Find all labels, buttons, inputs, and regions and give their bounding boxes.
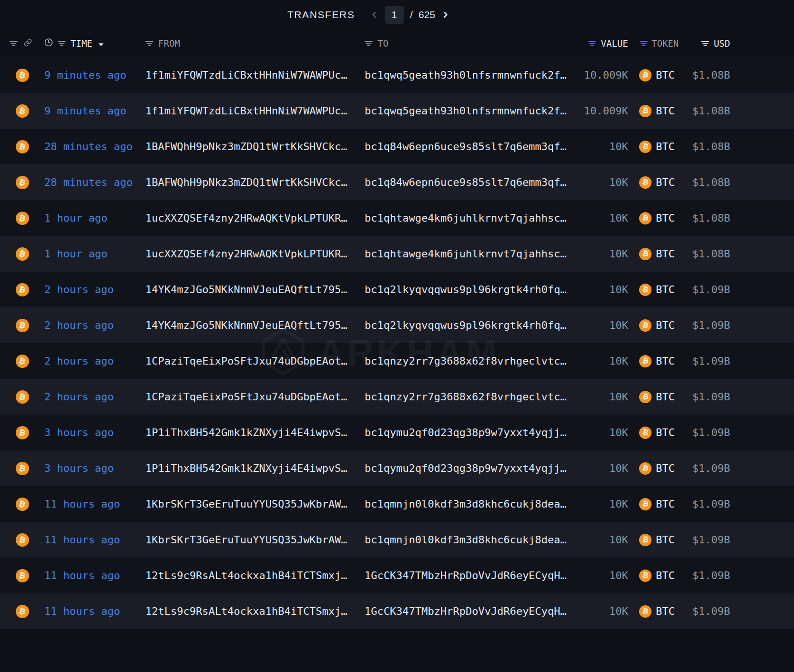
transfer-time-link[interactable]: 9 minutes ago xyxy=(44,105,126,117)
prev-page-button[interactable] xyxy=(368,9,380,20)
transfer-time-link[interactable]: 3 hours ago xyxy=(44,462,114,474)
table-row[interactable]: ₿ 3 hours ago 1P1iThxBH542Gmk1kZNXyji4E4… xyxy=(0,450,794,486)
token-symbol: BTC xyxy=(656,534,675,546)
transfer-value: 10K xyxy=(580,141,628,153)
from-address[interactable]: 1ucXXZQSEf4zny2HRwAQKtVpkLPTUKR… xyxy=(145,248,365,260)
table-row[interactable]: ₿ 11 hours ago 12tLs9c9RsALt4ockxa1hB4iT… xyxy=(0,558,794,593)
transfer-time-link[interactable]: 2 hours ago xyxy=(44,319,114,331)
link-icon[interactable] xyxy=(24,38,32,49)
to-address[interactable]: bc1qwq5geath93h0lnfsrmnwnfuck2f… xyxy=(365,105,580,117)
from-address[interactable]: 1P1iThxBH542Gmk1kZNXyji4E4iwpvS… xyxy=(145,462,365,474)
table-row[interactable]: ₿ 2 hours ago 1CPaziTqeEixPoSFtJxu74uDGb… xyxy=(0,343,794,379)
usd-filter-icon[interactable] xyxy=(701,38,709,49)
to-address[interactable]: bc1q84w6epn6uce9s85slt7q6emm3qf… xyxy=(365,141,580,153)
token-cell: ₿ BTC xyxy=(628,498,681,510)
from-address[interactable]: 1BAFWQhH9pNkz3mZDQ1tWrtKkSHVCkc… xyxy=(145,176,365,188)
table-row[interactable]: ₿ 9 minutes ago 1f1miYFQWTzdLiCBxtHHnNiW… xyxy=(0,93,794,129)
transfer-time-link[interactable]: 2 hours ago xyxy=(44,391,114,403)
column-header-to[interactable]: TO xyxy=(377,38,388,49)
transfer-time-link[interactable]: 1 hour ago xyxy=(44,212,107,224)
to-address[interactable]: bc1qnzy2rr7g3688x62f8vrhgeclvtc… xyxy=(365,391,580,403)
column-header-from[interactable]: FROM xyxy=(158,38,180,49)
to-address[interactable]: bc1qnzy2rr7g3688x62f8vrhgeclvtc… xyxy=(365,355,580,367)
from-address[interactable]: 1CPaziTqeEixPoSFtJxu74uDGbpEAot… xyxy=(145,355,365,367)
column-header-time[interactable]: TIME xyxy=(71,38,92,49)
transfer-time-link[interactable]: 11 hours ago xyxy=(44,534,120,546)
to-address[interactable]: 1GcCK347TMbzHrRpDoVvJdR6eyECyqH… xyxy=(365,605,580,617)
next-page-button[interactable] xyxy=(440,9,451,20)
transfer-time-link[interactable]: 28 minutes ago xyxy=(44,176,132,188)
usd-value: $1.09B xyxy=(681,391,730,403)
transfer-value: 10K xyxy=(580,427,628,438)
transfer-time-link[interactable]: 2 hours ago xyxy=(44,284,114,295)
from-address[interactable]: 1KbrSKrT3GeEruTuuYYUSQ35JwKbrAW… xyxy=(145,498,365,510)
token-cell: ₿ BTC xyxy=(628,319,681,332)
transfer-time-link[interactable]: 11 hours ago xyxy=(44,605,120,617)
table-row[interactable]: ₿ 2 hours ago 14YK4mzJGo5NKkNnmVJeuEAQft… xyxy=(0,272,794,307)
transfer-value: 10K xyxy=(580,462,628,474)
to-address[interactable]: 1GcCK347TMbzHrRpDoVvJdR6eyECyqH… xyxy=(365,570,580,581)
to-address[interactable]: bc1qmnjn0l0kdf3m3d8khc6cukj8dea… xyxy=(365,534,580,546)
table-row[interactable]: ₿ 28 minutes ago 1BAFWQhH9pNkz3mZDQ1tWrt… xyxy=(0,164,794,200)
usd-value: $1.08B xyxy=(681,141,730,153)
to-address[interactable]: bc1qwq5geath93h0lnfsrmnwnfuck2f… xyxy=(365,69,580,81)
from-address[interactable]: 1CPaziTqeEixPoSFtJxu74uDGbpEAot… xyxy=(145,391,365,403)
transfer-time-link[interactable]: 2 hours ago xyxy=(44,355,114,367)
to-address[interactable]: bc1q2lkyqvqqwus9pl96krgtk4rh0fq… xyxy=(365,319,580,331)
from-address[interactable]: 1f1miYFQWTzdLiCBxtHHnNiW7WAWPUc… xyxy=(145,105,365,117)
table-row[interactable]: ₿ 11 hours ago 12tLs9c9RsALt4ockxa1hB4iT… xyxy=(0,593,794,629)
value-filter-icon[interactable] xyxy=(588,38,596,49)
to-address[interactable]: bc1qmnjn0l0kdf3m3d8khc6cukj8dea… xyxy=(365,498,580,510)
from-address[interactable]: 1ucXXZQSEf4zny2HRwAQKtVpkLPTUKR… xyxy=(145,212,365,224)
sort-caret-down-icon[interactable] xyxy=(98,38,104,49)
table-row[interactable]: ₿ 9 minutes ago 1f1miYFQWTzdLiCBxtHHnNiW… xyxy=(0,57,794,93)
transfer-time-link[interactable]: 11 hours ago xyxy=(44,570,120,581)
btc-token-icon: ₿ xyxy=(639,391,651,403)
table-row[interactable]: ₿ 11 hours ago 1KbrSKrT3GeEruTuuYYUSQ35J… xyxy=(0,522,794,558)
bitcoin-chain-icon: ₿ xyxy=(16,390,29,404)
to-address[interactable]: bc1qymu2qf0d23qg38p9w7yxxt4yqjj… xyxy=(365,427,580,438)
token-cell: ₿ BTC xyxy=(628,212,681,224)
from-address[interactable]: 14YK4mzJGo5NKkNnmVJeuEAQftLt795… xyxy=(145,319,365,331)
from-address[interactable]: 1KbrSKrT3GeEruTuuYYUSQ35JwKbrAW… xyxy=(145,534,365,546)
transfer-time-link[interactable]: 1 hour ago xyxy=(44,248,107,260)
time-filter-icon[interactable] xyxy=(58,38,66,49)
table-row[interactable]: ₿ 3 hours ago 1P1iThxBH542Gmk1kZNXyji4E4… xyxy=(0,415,794,450)
token-cell: ₿ BTC xyxy=(628,427,681,439)
token-symbol: BTC xyxy=(656,248,675,260)
from-address[interactable]: 12tLs9c9RsALt4ockxa1hB4iTCTSmxj… xyxy=(145,570,365,581)
usd-value: $1.09B xyxy=(681,498,730,510)
to-address[interactable]: bc1qymu2qf0d23qg38p9w7yxxt4yqjj… xyxy=(365,462,580,474)
transfer-time-link[interactable]: 3 hours ago xyxy=(44,427,114,438)
to-address[interactable]: bc1qhtawge4km6juhlkrnvt7qjahhsc… xyxy=(365,212,580,224)
from-address[interactable]: 14YK4mzJGo5NKkNnmVJeuEAQftLt795… xyxy=(145,284,365,295)
table-row[interactable]: ₿ 11 hours ago 1KbrSKrT3GeEruTuuYYUSQ35J… xyxy=(0,486,794,522)
table-row[interactable]: ₿ 1 hour ago 1ucXXZQSEf4zny2HRwAQKtVpkLP… xyxy=(0,236,794,272)
to-address[interactable]: bc1q84w6epn6uce9s85slt7q6emm3qf… xyxy=(365,176,580,188)
from-address[interactable]: 1f1miYFQWTzdLiCBxtHHnNiW7WAWPUc… xyxy=(145,69,365,81)
from-address[interactable]: 1P1iThxBH542Gmk1kZNXyji4E4iwpvS… xyxy=(145,427,365,438)
to-address[interactable]: bc1qhtawge4km6juhlkrnvt7qjahhsc… xyxy=(365,248,580,260)
page-title: TRANSFERS xyxy=(287,9,355,20)
token-cell: ₿ BTC xyxy=(628,605,681,618)
token-symbol: BTC xyxy=(656,498,675,510)
usd-value: $1.09B xyxy=(681,605,730,617)
transfer-time-link[interactable]: 11 hours ago xyxy=(44,498,120,510)
current-page-input[interactable]: 1 xyxy=(385,6,405,24)
table-row[interactable]: ₿ 1 hour ago 1ucXXZQSEf4zny2HRwAQKtVpkLP… xyxy=(0,200,794,236)
filter-icon[interactable] xyxy=(10,38,18,49)
transfer-time-link[interactable]: 9 minutes ago xyxy=(44,69,126,81)
table-row[interactable]: ₿ 2 hours ago 1CPaziTqeEixPoSFtJxu74uDGb… xyxy=(0,379,794,415)
from-address[interactable]: 12tLs9c9RsALt4ockxa1hB4iTCTSmxj… xyxy=(145,605,365,617)
from-filter-icon[interactable] xyxy=(145,38,153,49)
table-row[interactable]: ₿ 2 hours ago 14YK4mzJGo5NKkNnmVJeuEAQft… xyxy=(0,307,794,343)
table-row[interactable]: ₿ 28 minutes ago 1BAFWQhH9pNkz3mZDQ1tWrt… xyxy=(0,129,794,164)
transfer-time-link[interactable]: 28 minutes ago xyxy=(44,141,132,153)
to-filter-icon[interactable] xyxy=(365,38,373,49)
column-header-token[interactable]: TOKEN xyxy=(651,38,679,49)
to-address[interactable]: bc1q2lkyqvqqwus9pl96krgtk4rh0fq… xyxy=(365,284,580,295)
column-header-usd[interactable]: USD xyxy=(714,38,730,49)
token-filter-icon[interactable] xyxy=(640,38,648,49)
from-address[interactable]: 1BAFWQhH9pNkz3mZDQ1tWrtKkSHVCkc… xyxy=(145,141,365,153)
column-header-value[interactable]: VALUE xyxy=(601,38,628,49)
